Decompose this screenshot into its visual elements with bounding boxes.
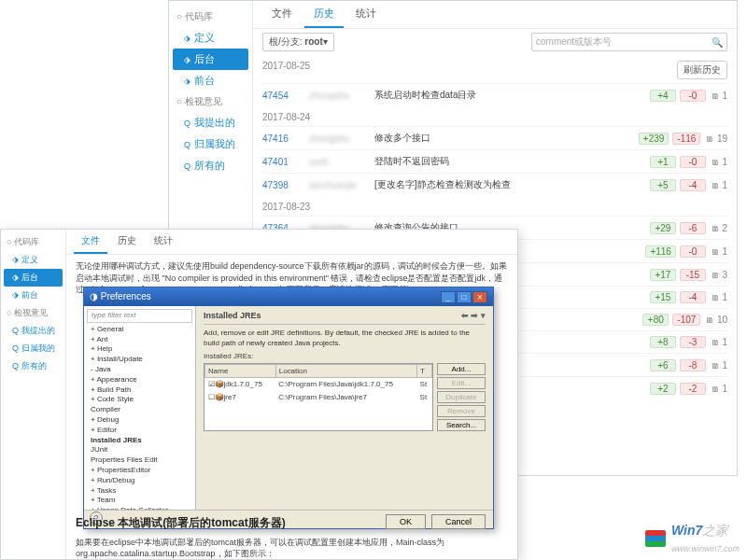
main-panel: 文件 历史 统计 无论使用哪种调试方式，建议先使用build dependenc… xyxy=(66,230,517,559)
branch-selector[interactable]: 根/分支: root▾ xyxy=(262,33,334,51)
sidebar-item-mine[interactable]: Q 我提出的 xyxy=(1,322,65,340)
maximize-button[interactable]: □ xyxy=(457,291,472,303)
commit-row[interactable]: 47454zhongshu系统启动时检查data目录+4-01 xyxy=(262,83,727,106)
close-button[interactable]: X xyxy=(472,291,487,303)
date-header: 2017-08-23 xyxy=(262,196,727,216)
tab-files[interactable]: 文件 xyxy=(74,230,107,254)
minimize-button[interactable]: _ xyxy=(441,291,456,303)
eclipse-icon: ◑ xyxy=(90,290,98,303)
sidebar-item-all[interactable]: Q所有的 xyxy=(169,155,252,176)
chevron-down-icon: ▾ xyxy=(323,36,328,47)
search-button[interactable]: Search... xyxy=(437,419,486,431)
dialog-titlebar[interactable]: ◑ Preferences _ □ X xyxy=(84,287,493,306)
preferences-dialog: ◑ Preferences _ □ X type filter text + G… xyxy=(83,287,494,529)
sidebar-item-frontend[interactable]: ⬗前台 xyxy=(169,70,252,91)
document-view: 无论使用哪种调试方式，建议先使用build dependency-source下… xyxy=(66,255,517,560)
refresh-button[interactable]: 刷新历史 xyxy=(677,61,727,79)
edit-button[interactable]: Edit... xyxy=(437,377,486,389)
nav-arrows[interactable]: ⬅ ➡ ▾ xyxy=(461,310,486,322)
tabs: 文件 历史 统计 xyxy=(66,230,517,255)
doc-heading: Eclipse 本地调试(部署后的tomcat服务器) xyxy=(76,515,508,531)
commit-row[interactable]: 47416zhongshu修改多个接口+239-11619 xyxy=(262,126,727,149)
remove-button[interactable]: Remove xyxy=(437,405,486,417)
tab-files[interactable]: 文件 xyxy=(262,1,302,26)
table-row[interactable]: ☐📦jre7C:\Program Files\Java\jre7St xyxy=(205,391,432,403)
sidebar-section-repos: ○ 代码库 xyxy=(1,233,65,251)
sidebar-item-all[interactable]: Q 所有的 xyxy=(1,357,65,375)
sidebar-section-reviews: ○ 检视意见 xyxy=(1,304,65,322)
preferences-tree[interactable]: type filter text + General+ Ant+ Help+ I… xyxy=(84,306,196,510)
link-icon: ⬗ xyxy=(184,55,190,64)
pane-subtitle: Installed JREs: xyxy=(204,351,486,361)
sidebar: ○ 代码库 ⬗ 定义 ⬗ 后台 ⬗ 前台 ○ 检视意见 Q 我提出的 Q 归属我… xyxy=(1,230,66,559)
jre-buttons: Add... Edit... Duplicate Remove Search..… xyxy=(437,363,486,431)
code-review-front-window: ○ 代码库 ⬗ 定义 ⬗ 后台 ⬗ 前台 ○ 检视意见 Q 我提出的 Q 归属我… xyxy=(0,229,518,560)
tabs: 文件 历史 统计 xyxy=(253,1,737,29)
sidebar-section-repos: ○ 代码库 xyxy=(169,7,252,27)
window-controls: _ □ X xyxy=(441,291,487,303)
tab-stats[interactable]: 统计 xyxy=(346,1,386,26)
toolbar: 根/分支: root▾ comment或版本号🔍 xyxy=(253,29,737,55)
sidebar-item-backend[interactable]: ⬗ 后台 xyxy=(4,269,63,287)
duplicate-button[interactable]: Duplicate xyxy=(437,391,486,403)
date-header: 2017-08-24 xyxy=(262,106,727,126)
date-header: 2017-08-25刷新历史 xyxy=(262,55,727,83)
sidebar-item-assigned[interactable]: Q归属我的 xyxy=(169,133,252,155)
sidebar-item-mine[interactable]: Q我提出的 xyxy=(169,112,252,133)
sidebar-item-backend[interactable]: ⬗后台 xyxy=(173,49,248,70)
search-icon: 🔍 xyxy=(712,37,723,48)
tab-history[interactable]: 历史 xyxy=(110,230,144,252)
filter-input[interactable]: type filter text xyxy=(87,309,192,323)
commit-row[interactable]: 47401sunli登陆时不返回密码+1-01 xyxy=(262,149,727,173)
search-icon: Q xyxy=(184,119,190,128)
link-icon: ⬗ xyxy=(184,34,190,43)
search-icon: Q xyxy=(184,140,190,149)
link-icon: ⬗ xyxy=(184,77,190,86)
sidebar-item-assigned[interactable]: Q 归属我的 xyxy=(1,340,65,357)
watermark: Win7之家www.winwin7.com xyxy=(645,523,740,554)
add-button[interactable]: Add... xyxy=(437,363,486,375)
tab-history[interactable]: 历史 xyxy=(304,1,344,28)
sidebar-section-reviews: ○ 检视意见 xyxy=(169,91,252,112)
tab-stats[interactable]: 统计 xyxy=(147,230,180,252)
search-input[interactable]: comment或版本号🔍 xyxy=(531,33,727,51)
doc-paragraph: 如果要在eclipse中本地调试部署后的tomcat服务器，可以在调试配置里创建… xyxy=(76,537,508,560)
sidebar-item-define[interactable]: ⬗定义 xyxy=(169,27,252,49)
table-row[interactable]: ☑📦jdk1.7.0_75C:\Program Files\Java\jdk1.… xyxy=(205,378,432,391)
sidebar-item-define[interactable]: ⬗ 定义 xyxy=(1,251,65,269)
search-icon: Q xyxy=(184,161,190,171)
sidebar-item-frontend[interactable]: ⬗ 前台 xyxy=(1,287,65,304)
flag-icon xyxy=(645,530,666,547)
preferences-pane: Installed JREs⬅ ➡ ▾ Add, remove or edit … xyxy=(196,306,493,510)
pane-description: Add, remove or edit JRE definitions. By … xyxy=(204,328,486,348)
commit-row[interactable]: 47398tanchuanjie[更改名字]静态检查检测改为检查+5-41 xyxy=(262,173,727,196)
jre-table[interactable]: NameLocationT ☑📦jdk1.7.0_75C:\Program Fi… xyxy=(204,363,433,431)
tree-selected[interactable]: Installed JREs xyxy=(87,436,192,446)
pane-title: Installed JREs xyxy=(204,310,261,322)
